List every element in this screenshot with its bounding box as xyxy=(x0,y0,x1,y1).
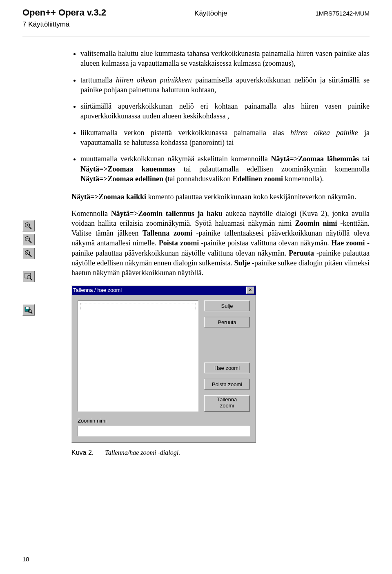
para-bold: Näytä=>Zoomin tallennus ja haku xyxy=(111,209,223,218)
svg-line-11 xyxy=(30,278,32,280)
zoom-in-icon xyxy=(22,220,35,231)
header-title-center: Käyttöohje xyxy=(194,9,227,18)
spacer xyxy=(204,333,250,357)
para-bold: Tallenna zoomi xyxy=(143,229,192,237)
zoom-listbox[interactable] xyxy=(78,300,198,412)
header-title-left: Open++ Opera v.3.2 xyxy=(22,7,106,18)
zoom-name-label: Zoomin nimi xyxy=(78,417,250,425)
svg-point-7 xyxy=(25,251,30,255)
para-text: -painike poistaa valittuna olevan näkymä… xyxy=(199,239,331,247)
bullet-list: valitsemalla haluttu alue kummasta tahan… xyxy=(71,49,370,184)
close-button[interactable]: × xyxy=(246,287,254,294)
svg-line-5 xyxy=(29,240,31,243)
bullet-italic: hiiren oikean painikkeen xyxy=(116,76,192,84)
zoom-save-icon xyxy=(22,304,35,316)
content-columns: valitsemalla haluttu alue kummasta tahan… xyxy=(22,49,370,457)
close-icon: × xyxy=(249,287,252,293)
para-bold: Zoomin nimi - xyxy=(295,219,343,227)
dialog-titlebar[interactable]: Tallenna / hae zoomi × xyxy=(72,286,256,295)
dialog-footer: Zoomin nimi xyxy=(72,417,256,443)
document-page: Open++ Opera v.3.2 Käyttöohje 1MRS751242… xyxy=(0,0,392,574)
page-header: Open++ Opera v.3.2 Käyttöohje 1MRS751242… xyxy=(22,7,370,18)
para-bold: Hae zoomi xyxy=(331,239,365,247)
bullet-bold: Näytä=>Zoomaa edellinen ( xyxy=(80,175,168,183)
dialog-body: Sulje Peruuta Hae zoomi Poista zoomi Tal… xyxy=(72,295,256,417)
paragraph: Komennolla Näytä=>Zoomin tallennus ja ha… xyxy=(71,209,370,278)
close-dialog-button[interactable]: Sulje xyxy=(204,300,250,311)
figure-text: Tallenna/hae zoomi -dialogi. xyxy=(105,449,180,456)
main-text-column: valitsemalla haluttu alue kummasta tahan… xyxy=(71,49,370,457)
zoom-all-icon xyxy=(22,271,35,282)
get-zoom-button[interactable]: Hae zoomi xyxy=(204,363,250,373)
figure-number: Kuva 2. xyxy=(71,449,94,456)
list-item: muuttamalla verkkoikkunan näkymää askeli… xyxy=(80,154,370,184)
bullet-bold: Näytä=>Zoomaa kauemmas xyxy=(80,165,176,173)
para-text: Komennolla xyxy=(71,209,111,218)
svg-line-8 xyxy=(29,254,31,257)
bullet-text: tai xyxy=(359,155,370,163)
list-item: valitsemalla haluttu alue kummasta tahan… xyxy=(80,49,370,69)
para-bold: Näytä=>Zoomaa kaikki xyxy=(71,193,146,201)
bullet-italic: hiiren oikea painike xyxy=(290,129,358,137)
bullet-text: liikuttamalla verkon pistettä verkkoikku… xyxy=(80,129,290,137)
bullet-text: tai palauttamalla edellisen zoominäkymän… xyxy=(176,165,370,173)
bullet-text: tarttumalla xyxy=(80,76,116,84)
bullet-bold: Edellinen zoomi xyxy=(233,175,283,183)
bullet-bold: Näytä=>Zoomaa lähemmäs xyxy=(271,155,359,163)
figure-caption: Kuva 2. Tallenna/hae zoomi -dialogi. xyxy=(71,448,370,457)
zoom-save-dialog: Tallenna / hae zoomi × Sulje Peruuta Hae… xyxy=(71,285,256,443)
para-text: komento palauttaa verkkoikkunaan koko ke… xyxy=(146,193,356,201)
toolbar-icon-column xyxy=(22,49,71,457)
cancel-button[interactable]: Peruuta xyxy=(204,317,250,327)
svg-line-1 xyxy=(29,227,31,229)
dialog-title: Tallenna / hae zoomi xyxy=(73,287,122,294)
para-bold: Peruuta xyxy=(289,249,314,257)
list-focus-rect xyxy=(80,303,196,310)
bullet-text: tai ponnahdusvalikon xyxy=(168,175,233,183)
header-doc-id: 1MRS751242-MUM xyxy=(315,10,370,17)
save-zoom-button[interactable]: Tallenna zoomi xyxy=(204,395,250,412)
zoom-name-input[interactable] xyxy=(78,426,250,436)
para-bold: Sulje xyxy=(234,259,250,267)
svg-line-15 xyxy=(31,312,32,314)
header-section: 7 Käyttöliittymä xyxy=(22,20,370,29)
header-rule xyxy=(22,36,370,36)
bullet-text: muuttamalla verkkoikkunan näkymää askeli… xyxy=(80,155,271,163)
bullet-text: valitsemalla haluttu alue kummasta tahan… xyxy=(80,49,370,67)
bullet-text: siirtämällä apuverkkoikkunan neliö eri k… xyxy=(80,102,370,120)
svg-rect-13 xyxy=(26,307,29,309)
list-item: siirtämällä apuverkkoikkunan neliö eri k… xyxy=(80,101,370,121)
page-number: 18 xyxy=(22,556,29,563)
zoom-prev-icon xyxy=(22,248,35,259)
dialog-button-column: Sulje Peruuta Hae zoomi Poista zoomi Tal… xyxy=(204,300,250,412)
list-item: liikuttamalla verkon pistettä verkkoikku… xyxy=(80,128,370,148)
bullet-text: komennolla). xyxy=(283,175,324,183)
para-bold: Poista zoomi xyxy=(159,239,199,247)
zoom-out-icon xyxy=(22,234,35,245)
delete-zoom-button[interactable]: Poista zoomi xyxy=(204,379,250,389)
list-item: tarttumalla hiiren oikean painikkeen pai… xyxy=(80,75,370,95)
paragraph: Näytä=>Zoomaa kaikki komento palauttaa v… xyxy=(71,192,370,202)
